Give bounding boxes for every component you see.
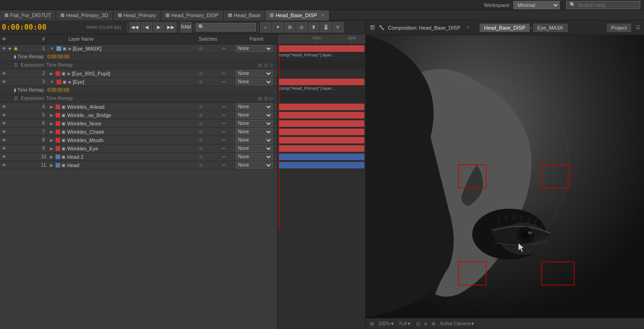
layer-row[interactable]: 👁 7 ▶ ▣ Wrinkles_Cheek ⊙ ✏ <box>0 128 277 136</box>
switch-icon[interactable]: ⊙ <box>199 138 203 143</box>
tab-flat-digtut[interactable]: Flat_For_DIGTUT <box>0 10 56 20</box>
tool-btn-10[interactable]: ⌛ <box>320 22 331 32</box>
switch-icon[interactable]: ⊙ <box>199 71 203 76</box>
eye-icon[interactable]: 👁 <box>1 79 6 85</box>
solo-icon[interactable] <box>7 79 13 85</box>
tool-btn-1[interactable]: ◀◀ <box>129 22 140 32</box>
parent-select[interactable]: None <box>236 103 273 111</box>
zoom-fit-btn[interactable]: ⊞ <box>369 321 375 326</box>
switch-icon[interactable]: ⊙ <box>199 46 203 51</box>
comp-tab-head-base-disp[interactable]: Head_Base_DISP <box>480 24 529 32</box>
expand-arrow[interactable]: ▶ <box>50 113 53 118</box>
tool-ram[interactable]: RAM <box>181 22 192 32</box>
expand-arrow[interactable]: ▶ <box>50 163 53 168</box>
dropdown-icon[interactable]: ▼ <box>466 25 471 30</box>
tab-head-primary-disp[interactable]: Head_Primary_DISP <box>161 10 224 20</box>
switch-pencil[interactable]: ✏ <box>222 155 226 159</box>
switch-icon[interactable]: ⊙ <box>199 163 203 168</box>
eye-icon[interactable]: 👁 <box>1 137 6 143</box>
eye-icon[interactable]: 👁 <box>1 129 6 135</box>
expr-icon-3[interactable]: ▷ <box>270 96 274 101</box>
expand-arrow[interactable]: ▶ <box>50 155 53 159</box>
solo-icon[interactable]: ◈ <box>7 46 13 51</box>
tab-head-base-disp[interactable]: Head_Base_DISP ✕ <box>265 10 329 20</box>
parent-select[interactable]: None <box>236 161 273 169</box>
switch-icon[interactable]: ⊙ <box>199 155 203 159</box>
expand-arrow[interactable]: ▶ <box>50 121 53 126</box>
layer-search-input[interactable] <box>196 23 256 31</box>
switch-icon[interactable]: ⊙ <box>199 121 203 126</box>
layer-row[interactable]: 👁 10 ▶ ▣ Head 2 ⊙ ✏ <box>0 153 277 161</box>
parent-select[interactable]: None <box>236 137 273 144</box>
expr-icon-2[interactable]: ◷ <box>264 96 268 101</box>
layer-row[interactable]: 👁 3 ▼ ▣ ◈ [Eye] ⊙ <box>0 78 277 86</box>
zoom-select[interactable]: 100%▼ <box>377 321 396 326</box>
tool-btn-4[interactable]: ▶▶ <box>165 22 176 32</box>
menu-icon[interactable]: ☰ <box>636 25 640 31</box>
parent-select[interactable]: None <box>236 128 273 136</box>
tool-btn-5[interactable]: ⌂ <box>260 22 271 32</box>
eye-icon[interactable]: 👁 <box>1 162 6 168</box>
tool-btn-8[interactable]: ◎ <box>296 22 307 32</box>
tool-btn-7[interactable]: ⊞ <box>284 22 295 32</box>
layer-row[interactable]: 👁 5 ▶ ▣ Wrinkle...se_Bridge ⊙ ✏ <box>0 111 277 119</box>
tool-btn-3[interactable]: ▶ <box>153 22 164 32</box>
switch-icon[interactable]: ⊙ <box>199 113 203 118</box>
layer-row[interactable]: 👁 11 ▶ ▣ Head ⊙ ✏ <box>0 161 277 169</box>
layer-row[interactable]: 👁 4 ▶ ▣ Wrinkles_4Head ⊙ ✏ <box>0 103 277 111</box>
lock-icon[interactable]: 🔒 <box>13 46 19 51</box>
grid-btn[interactable]: ⊡ <box>415 321 421 326</box>
switch-icon[interactable]: ⊙ <box>199 146 203 151</box>
workspace-select[interactable]: Minimal <box>513 1 560 9</box>
switch-pencil[interactable]: ✏ <box>222 163 226 168</box>
switch-pencil[interactable]: ✏ <box>222 130 226 134</box>
expr-icon-3[interactable]: ▷ <box>270 62 274 68</box>
layer-row[interactable]: 👁 8 ▶ ▣ Wrinkles_Mouth ⊙ ✏ <box>0 136 277 144</box>
expand-arrow[interactable]: ▶ <box>50 105 53 109</box>
eye-icon[interactable]: 👁 <box>1 112 6 118</box>
layer-row[interactable]: 👁 ◈ 🔒 1 ▼ ▣ ◈ [Eye_MASK] <box>0 44 277 53</box>
lock-icon[interactable] <box>13 71 19 76</box>
expand-arrow[interactable]: ▼ <box>50 80 54 84</box>
view-btn[interactable]: Active Camera▼ <box>438 321 476 326</box>
safe-btn[interactable]: ⊞ <box>430 321 437 326</box>
layer-row[interactable]: 👁 2 ▶ ▣ ◈ [Eye_IRIS_Pupil] <box>0 69 277 78</box>
lock-icon[interactable] <box>13 79 19 85</box>
parent-select[interactable]: None <box>236 78 273 86</box>
switch-pencil[interactable]: ✏ <box>222 105 226 109</box>
solo-icon[interactable] <box>7 71 13 76</box>
alpha-btn[interactable]: α <box>423 321 429 326</box>
tool-btn-11[interactable]: ≡ <box>332 22 344 32</box>
switch-icon[interactable]: ⊙ <box>199 105 203 109</box>
switch-icon[interactable]: ⊙ <box>199 130 203 134</box>
eye-icon[interactable]: 👁 <box>1 154 6 160</box>
expr-icon-2[interactable]: ◷ <box>264 62 268 68</box>
switch-pencil[interactable]: ✏ <box>222 146 226 151</box>
switch-pencil[interactable]: ✏ <box>222 113 226 118</box>
switch-pencil[interactable]: ✏ <box>222 80 226 84</box>
parent-select[interactable]: None <box>236 153 273 161</box>
parent-select[interactable]: None <box>236 45 273 52</box>
expand-arrow[interactable]: ▶ <box>50 130 53 134</box>
switch-pencil[interactable]: ✏ <box>222 71 226 76</box>
tool-btn-2[interactable]: ◀ <box>141 22 152 32</box>
parent-select[interactable]: None <box>236 120 273 127</box>
eye-icon[interactable]: 👁 <box>1 121 6 126</box>
expr-icon-1[interactable]: ◎ <box>258 62 262 68</box>
expand-arrow[interactable]: ▶ <box>50 146 53 151</box>
tool-btn-9[interactable]: ⧗ <box>308 22 319 32</box>
eye-icon[interactable]: 👁 <box>1 146 6 151</box>
eye-icon[interactable]: 👁 <box>1 71 6 76</box>
project-tab[interactable]: Project <box>607 24 631 32</box>
comp-tab-eye-mask[interactable]: Eye_MASK <box>533 24 568 32</box>
search-help-input[interactable] <box>578 2 637 8</box>
parent-select[interactable]: None <box>236 145 273 152</box>
tab-head-primary-3d[interactable]: Head_Primary_3D <box>56 10 113 20</box>
switch-pencil[interactable]: ✏ <box>222 138 226 143</box>
eye-icon[interactable]: 👁 <box>1 46 6 51</box>
search-help-box[interactable]: 🔍 <box>566 1 640 9</box>
expand-arrow[interactable]: ▶ <box>50 138 53 143</box>
tab-close-icon[interactable]: ✕ <box>321 12 325 18</box>
expand-arrow[interactable]: ▶ <box>50 71 53 76</box>
switch-pencil[interactable]: ✏ <box>222 121 226 126</box>
